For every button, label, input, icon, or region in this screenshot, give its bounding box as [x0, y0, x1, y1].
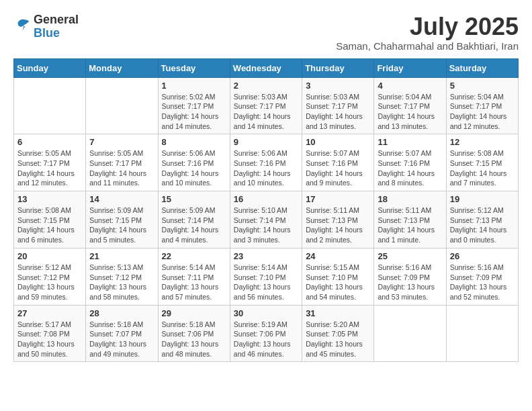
- weekday-header: Monday: [86, 58, 158, 77]
- weekday-header: Sunday: [14, 58, 86, 77]
- calendar-day-cell: 3Sunrise: 5:03 AM Sunset: 7:17 PM Daylig…: [302, 77, 374, 134]
- day-number: 16: [234, 194, 298, 204]
- calendar-week-row: 1Sunrise: 5:02 AM Sunset: 7:17 PM Daylig…: [14, 77, 519, 134]
- calendar-day-cell: 26Sunrise: 5:16 AM Sunset: 7:09 PM Dayli…: [446, 248, 518, 305]
- logo-text: GeneralBlue: [34, 13, 79, 40]
- day-info: Sunrise: 5:03 AM Sunset: 7:17 PM Dayligh…: [234, 92, 298, 132]
- day-number: 15: [162, 194, 226, 204]
- calendar-day-cell: 9Sunrise: 5:06 AM Sunset: 7:16 PM Daylig…: [230, 134, 302, 191]
- calendar-day-cell: 8Sunrise: 5:06 AM Sunset: 7:16 PM Daylig…: [158, 134, 230, 191]
- month-title: July 2025: [336, 13, 519, 40]
- day-info: Sunrise: 5:06 AM Sunset: 7:16 PM Dayligh…: [234, 148, 298, 188]
- day-info: Sunrise: 5:14 AM Sunset: 7:10 PM Dayligh…: [234, 263, 298, 302]
- day-number: 12: [450, 137, 515, 147]
- day-info: Sunrise: 5:17 AM Sunset: 7:08 PM Dayligh…: [17, 320, 82, 359]
- day-info: Sunrise: 5:18 AM Sunset: 7:07 PM Dayligh…: [89, 320, 154, 359]
- day-info: Sunrise: 5:12 AM Sunset: 7:12 PM Dayligh…: [17, 263, 82, 302]
- day-info: Sunrise: 5:09 AM Sunset: 7:15 PM Dayligh…: [89, 205, 154, 245]
- calendar-day-cell: 28Sunrise: 5:18 AM Sunset: 7:07 PM Dayli…: [86, 305, 158, 362]
- day-number: 20: [17, 251, 82, 261]
- day-number: 21: [89, 251, 154, 261]
- day-info: Sunrise: 5:15 AM Sunset: 7:10 PM Dayligh…: [306, 263, 370, 302]
- day-info: Sunrise: 5:08 AM Sunset: 7:15 PM Dayligh…: [450, 148, 515, 188]
- weekday-header: Friday: [374, 58, 446, 77]
- day-info: Sunrise: 5:03 AM Sunset: 7:17 PM Dayligh…: [306, 92, 370, 132]
- calendar-table: SundayMondayTuesdayWednesdayThursdayFrid…: [13, 58, 519, 363]
- calendar-day-cell: 24Sunrise: 5:15 AM Sunset: 7:10 PM Dayli…: [302, 248, 374, 305]
- day-info: Sunrise: 5:11 AM Sunset: 7:13 PM Dayligh…: [378, 205, 442, 245]
- calendar-week-row: 27Sunrise: 5:17 AM Sunset: 7:08 PM Dayli…: [14, 305, 519, 362]
- calendar-day-cell: 15Sunrise: 5:09 AM Sunset: 7:14 PM Dayli…: [158, 191, 230, 248]
- title-section: July 2025 Saman, Chaharmahal and Bakhtia…: [336, 13, 519, 52]
- day-info: Sunrise: 5:07 AM Sunset: 7:16 PM Dayligh…: [306, 148, 370, 188]
- day-number: 5: [450, 81, 515, 91]
- day-info: Sunrise: 5:20 AM Sunset: 7:05 PM Dayligh…: [306, 320, 370, 359]
- day-info: Sunrise: 5:13 AM Sunset: 7:12 PM Dayligh…: [89, 263, 154, 302]
- day-number: 11: [378, 137, 442, 147]
- day-number: 17: [306, 194, 370, 204]
- day-info: Sunrise: 5:12 AM Sunset: 7:13 PM Dayligh…: [450, 205, 515, 245]
- page-header: GeneralBlue July 2025 Saman, Chaharmahal…: [13, 13, 519, 52]
- logo: GeneralBlue: [13, 13, 79, 40]
- day-info: Sunrise: 5:09 AM Sunset: 7:14 PM Dayligh…: [162, 205, 226, 245]
- day-number: 31: [306, 308, 370, 318]
- calendar-day-cell: 17Sunrise: 5:11 AM Sunset: 7:13 PM Dayli…: [302, 191, 374, 248]
- calendar-week-row: 20Sunrise: 5:12 AM Sunset: 7:12 PM Dayli…: [14, 248, 519, 305]
- day-number: 18: [378, 194, 442, 204]
- calendar-day-cell: [374, 305, 446, 362]
- day-info: Sunrise: 5:04 AM Sunset: 7:17 PM Dayligh…: [378, 92, 442, 132]
- calendar-day-cell: 29Sunrise: 5:18 AM Sunset: 7:06 PM Dayli…: [158, 305, 230, 362]
- day-number: 30: [234, 308, 298, 318]
- calendar-day-cell: 7Sunrise: 5:05 AM Sunset: 7:17 PM Daylig…: [86, 134, 158, 191]
- calendar-day-cell: [86, 77, 158, 134]
- day-number: 13: [17, 194, 82, 204]
- day-number: 22: [162, 251, 226, 261]
- calendar-day-cell: 14Sunrise: 5:09 AM Sunset: 7:15 PM Dayli…: [86, 191, 158, 248]
- day-number: 4: [378, 81, 442, 91]
- day-info: Sunrise: 5:04 AM Sunset: 7:17 PM Dayligh…: [450, 92, 515, 132]
- weekday-header: Saturday: [446, 58, 518, 77]
- day-number: 26: [450, 251, 515, 261]
- calendar-day-cell: 31Sunrise: 5:20 AM Sunset: 7:05 PM Dayli…: [302, 305, 374, 362]
- calendar-day-cell: 30Sunrise: 5:19 AM Sunset: 7:06 PM Dayli…: [230, 305, 302, 362]
- calendar-day-cell: 5Sunrise: 5:04 AM Sunset: 7:17 PM Daylig…: [446, 77, 518, 134]
- day-number: 6: [17, 137, 82, 147]
- day-info: Sunrise: 5:19 AM Sunset: 7:06 PM Dayligh…: [234, 320, 298, 359]
- calendar-day-cell: 1Sunrise: 5:02 AM Sunset: 7:17 PM Daylig…: [158, 77, 230, 134]
- day-number: 3: [306, 81, 370, 91]
- day-number: 1: [162, 81, 226, 91]
- calendar-day-cell: [14, 77, 86, 134]
- weekday-header: Thursday: [302, 58, 374, 77]
- weekday-header: Tuesday: [158, 58, 230, 77]
- logo-bird-icon: [13, 16, 32, 35]
- day-info: Sunrise: 5:16 AM Sunset: 7:09 PM Dayligh…: [450, 263, 515, 302]
- day-info: Sunrise: 5:16 AM Sunset: 7:09 PM Dayligh…: [378, 263, 442, 302]
- day-info: Sunrise: 5:08 AM Sunset: 7:15 PM Dayligh…: [17, 205, 82, 245]
- calendar-day-cell: [446, 305, 518, 362]
- calendar-day-cell: 25Sunrise: 5:16 AM Sunset: 7:09 PM Dayli…: [374, 248, 446, 305]
- calendar-day-cell: 12Sunrise: 5:08 AM Sunset: 7:15 PM Dayli…: [446, 134, 518, 191]
- calendar-day-cell: 4Sunrise: 5:04 AM Sunset: 7:17 PM Daylig…: [374, 77, 446, 134]
- calendar-day-cell: 22Sunrise: 5:14 AM Sunset: 7:11 PM Dayli…: [158, 248, 230, 305]
- day-info: Sunrise: 5:07 AM Sunset: 7:16 PM Dayligh…: [378, 148, 442, 188]
- day-info: Sunrise: 5:10 AM Sunset: 7:14 PM Dayligh…: [234, 205, 298, 245]
- day-number: 24: [306, 251, 370, 261]
- day-info: Sunrise: 5:02 AM Sunset: 7:17 PM Dayligh…: [162, 92, 226, 132]
- calendar-day-cell: 10Sunrise: 5:07 AM Sunset: 7:16 PM Dayli…: [302, 134, 374, 191]
- calendar-day-cell: 23Sunrise: 5:14 AM Sunset: 7:10 PM Dayli…: [230, 248, 302, 305]
- calendar-day-cell: 2Sunrise: 5:03 AM Sunset: 7:17 PM Daylig…: [230, 77, 302, 134]
- day-number: 23: [234, 251, 298, 261]
- day-number: 28: [89, 308, 154, 318]
- calendar-day-cell: 6Sunrise: 5:05 AM Sunset: 7:17 PM Daylig…: [14, 134, 86, 191]
- calendar-day-cell: 27Sunrise: 5:17 AM Sunset: 7:08 PM Dayli…: [14, 305, 86, 362]
- location-subtitle: Saman, Chaharmahal and Bakhtiari, Iran: [336, 40, 519, 52]
- day-info: Sunrise: 5:05 AM Sunset: 7:17 PM Dayligh…: [89, 148, 154, 188]
- day-number: 25: [378, 251, 442, 261]
- calendar-day-cell: 21Sunrise: 5:13 AM Sunset: 7:12 PM Dayli…: [86, 248, 158, 305]
- day-info: Sunrise: 5:05 AM Sunset: 7:17 PM Dayligh…: [17, 148, 82, 188]
- day-info: Sunrise: 5:06 AM Sunset: 7:16 PM Dayligh…: [162, 148, 226, 188]
- calendar-day-cell: 19Sunrise: 5:12 AM Sunset: 7:13 PM Dayli…: [446, 191, 518, 248]
- day-info: Sunrise: 5:18 AM Sunset: 7:06 PM Dayligh…: [162, 320, 226, 359]
- calendar-day-cell: 13Sunrise: 5:08 AM Sunset: 7:15 PM Dayli…: [14, 191, 86, 248]
- day-info: Sunrise: 5:14 AM Sunset: 7:11 PM Dayligh…: [162, 263, 226, 302]
